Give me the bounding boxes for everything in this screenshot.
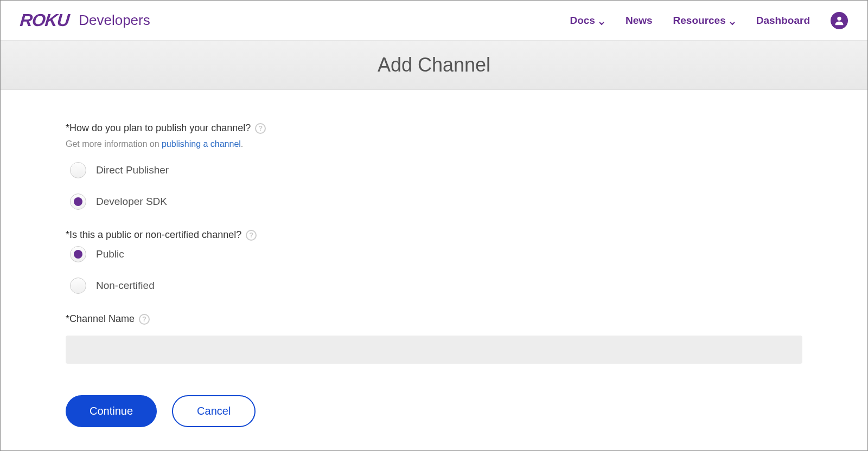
publishing-channel-link[interactable]: publishing a channel <box>162 139 241 149</box>
channel-name-text: *Channel Name <box>66 313 135 325</box>
nav-docs-label: Docs <box>570 15 595 27</box>
nav-dashboard[interactable]: Dashboard <box>756 15 810 27</box>
account-icon[interactable] <box>831 12 848 29</box>
header: ROKU Developers Docs News Resources Dash… <box>1 1 867 41</box>
publish-question-label: *How do you plan to publish your channel… <box>66 123 802 134</box>
page-title-bar: Add Channel <box>1 41 867 90</box>
cancel-button[interactable]: Cancel <box>172 395 256 427</box>
svg-point-0 <box>837 16 841 20</box>
info-prefix: Get more information on <box>66 139 162 149</box>
nav-docs[interactable]: Docs <box>570 15 604 27</box>
header-left: ROKU Developers <box>20 10 150 30</box>
visibility-question-text: *Is this a public or non-certified chann… <box>66 229 241 241</box>
button-row: Continue Cancel <box>66 395 802 427</box>
radio-label-public: Public <box>96 248 124 260</box>
publish-question-text: *How do you plan to publish your channel… <box>66 123 251 134</box>
radio-label-direct: Direct Publisher <box>96 164 169 176</box>
publish-section: *How do you plan to publish your channel… <box>66 123 802 210</box>
radio-public[interactable]: Public <box>70 246 802 262</box>
chevron-down-icon <box>729 17 736 24</box>
publish-info: Get more information on publishing a cha… <box>66 139 802 149</box>
nav-resources[interactable]: Resources <box>673 15 736 27</box>
channel-name-section: *Channel Name ? <box>66 313 802 364</box>
chevron-down-icon <box>598 17 605 24</box>
radio-circle <box>70 246 86 262</box>
radio-label-noncertified: Non-certified <box>96 280 155 292</box>
channel-name-label: *Channel Name ? <box>66 313 802 325</box>
info-suffix: . <box>241 139 243 149</box>
radio-circle <box>70 278 86 294</box>
nav-resources-label: Resources <box>673 15 726 27</box>
page-title: Add Channel <box>1 54 867 76</box>
nav-news[interactable]: News <box>626 15 653 27</box>
channel-name-input[interactable] <box>66 336 802 364</box>
radio-noncertified[interactable]: Non-certified <box>70 278 802 294</box>
visibility-question-label: *Is this a public or non-certified chann… <box>66 229 802 241</box>
help-icon[interactable]: ? <box>246 230 257 241</box>
help-icon[interactable]: ? <box>255 123 266 134</box>
help-icon[interactable]: ? <box>139 314 150 325</box>
radio-developer-sdk[interactable]: Developer SDK <box>70 194 802 210</box>
radio-circle <box>70 162 86 178</box>
radio-direct-publisher[interactable]: Direct Publisher <box>70 162 802 178</box>
nav-news-label: News <box>626 15 653 27</box>
form-container: *How do you plan to publish your channel… <box>1 90 867 449</box>
radio-label-sdk: Developer SDK <box>96 196 167 208</box>
header-nav: Docs News Resources Dashboard <box>570 12 848 29</box>
logo: ROKU <box>19 10 69 30</box>
radio-circle <box>70 194 86 210</box>
visibility-section: *Is this a public or non-certified chann… <box>66 229 802 294</box>
nav-dashboard-label: Dashboard <box>756 15 810 27</box>
logo-subtitle: Developers <box>79 12 150 29</box>
continue-button[interactable]: Continue <box>66 395 157 427</box>
